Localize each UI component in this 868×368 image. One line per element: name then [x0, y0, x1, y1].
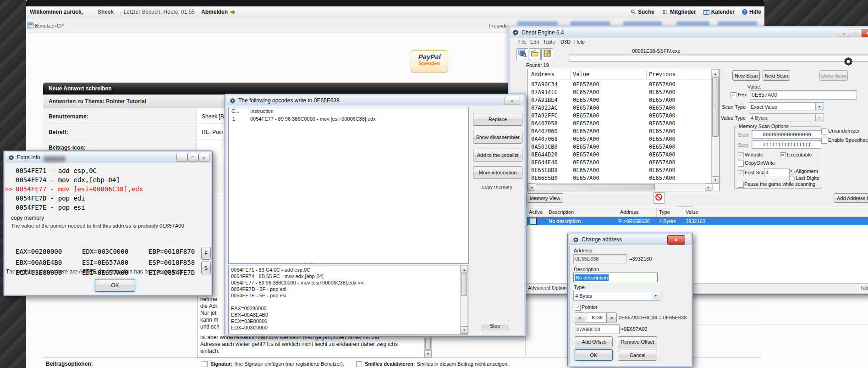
fast-scan-input[interactable]: 4: [764, 168, 790, 177]
paypal-button[interactable]: PayPal Spenden: [411, 50, 448, 72]
found-row[interactable]: 07A90C340E657A000E657A00: [527, 81, 711, 89]
nav-item-suche[interactable]: Suche: [631, 9, 654, 15]
found-row[interactable]: 0A4070580E657A000E657A00: [527, 120, 711, 128]
hex-checkbox[interactable]: ✓: [731, 92, 736, 98]
stop-button[interactable]: Stop: [481, 320, 509, 331]
menu-file[interactable]: File: [518, 39, 527, 45]
found-row[interactable]: 0E644E400E657A000E657A00: [527, 159, 711, 167]
opcodes-title-bar[interactable]: The following opcodes write to 0E65E638: [226, 95, 524, 106]
found-row[interactable]: 0A4070600E657A000E657A00: [527, 128, 711, 136]
col-address[interactable]: Address: [620, 209, 638, 215]
close-icon[interactable]: ×: [198, 154, 209, 162]
close-icon[interactable]: ×: [862, 29, 868, 37]
scroll-up-icon[interactable]: ▲: [712, 70, 719, 77]
last-digits-radio[interactable]: [789, 176, 795, 181]
signature-checkbox[interactable]: [202, 361, 208, 367]
col-active[interactable]: Active: [529, 209, 543, 215]
open-table-button[interactable]: [529, 48, 541, 60]
unrandomizer-checkbox[interactable]: [821, 128, 827, 134]
menu-edit[interactable]: Edit: [530, 39, 539, 45]
scroll-left-icon[interactable]: ◄: [528, 184, 535, 191]
subject-field-value[interactable]: RE: Poin: [202, 129, 223, 135]
cancel-button[interactable]: Cancel: [618, 350, 657, 361]
next-scan-button[interactable]: Next Scan: [763, 70, 790, 81]
add-address-manually-button[interactable]: Add Address Manually: [834, 193, 868, 203]
logout-link[interactable]: Abmelden: [201, 9, 228, 15]
memory-view-button[interactable]: Memory View: [527, 193, 563, 203]
chevron-down-icon[interactable]: ▼: [652, 292, 659, 300]
menu-table[interactable]: Table: [543, 39, 555, 45]
close-icon[interactable]: ×: [505, 97, 520, 105]
opcode-details-box[interactable]: 0054FE71 - 83 C4 0C - add esp,0C 0054FE7…: [228, 265, 468, 335]
found-col-previous[interactable]: Previous: [649, 71, 676, 78]
scan-type-select[interactable]: Exact Value ▼: [749, 102, 824, 111]
minimize-icon[interactable]: –: [176, 154, 187, 162]
description-input[interactable]: No description: [573, 273, 658, 282]
add-offset-button[interactable]: Add Offset: [575, 336, 613, 347]
col-value[interactable]: Value: [686, 209, 698, 215]
type-select[interactable]: 4 Bytes ▼: [573, 291, 660, 301]
executable-checkbox[interactable]: [780, 152, 786, 158]
scan-value-input[interactable]: 0E657A00: [750, 90, 857, 100]
show-disassembler-button[interactable]: Show disassembler: [473, 131, 522, 144]
replace-button[interactable]: Replace: [473, 113, 522, 126]
username-link[interactable]: Sheek: [98, 9, 114, 15]
found-row[interactable]: 0A4070680E657A000E657A00: [527, 136, 711, 144]
nav-item-kalender[interactable]: Kalender: [703, 9, 735, 15]
menu-help[interactable]: Help: [574, 39, 585, 45]
textarea-scrollbar[interactable]: ▼: [424, 337, 432, 357]
menu-d3d[interactable]: D3D: [560, 39, 571, 45]
col-description[interactable]: Description: [549, 209, 574, 215]
opcode-col-count[interactable]: C...: [231, 108, 239, 114]
scroll-right-icon[interactable]: ►: [705, 184, 712, 191]
entry-active-checkbox[interactable]: [530, 218, 537, 225]
opcode-row[interactable]: 1 0054FE77 - 89 96 386C0000 - mov [esi+0…: [229, 116, 468, 123]
scroll-down-icon[interactable]: ▼: [424, 350, 432, 357]
found-col-address[interactable]: Address: [531, 71, 555, 78]
found-row[interactable]: 0E6655B00E657A000E657A00: [527, 175, 711, 183]
alignment-radio[interactable]: [789, 169, 795, 174]
found-row[interactable]: 0E644D200E657A000E657A00: [527, 151, 711, 159]
found-row[interactable]: 07A91BE40E657A000E657A00: [527, 97, 711, 105]
float-button[interactable]: F: [201, 247, 211, 260]
address-entry-row[interactable]: No description P->0E65E638 4 Bytes 39321…: [527, 217, 868, 225]
cancel-scan-button[interactable]: [653, 192, 665, 204]
add-to-codelist-button[interactable]: Add to the codelist: [473, 149, 522, 162]
table-extras-link[interactable]: Table Extras: [860, 285, 868, 290]
copyonwrite-checkbox[interactable]: [738, 161, 744, 167]
breadcrumb[interactable]: Benutzer-CP: [35, 23, 64, 28]
pointer-checkbox[interactable]: ✓: [575, 305, 581, 311]
found-list-vscrollbar[interactable]: ▲ ≡ ▼: [711, 69, 720, 184]
found-col-value[interactable]: Value: [573, 71, 589, 78]
maximize-icon[interactable]: □: [187, 154, 198, 162]
close-icon[interactable]: ×: [667, 235, 685, 245]
enable-speedhack-checkbox[interactable]: [821, 138, 827, 144]
advanced-options-link[interactable]: Advanced Options: [528, 285, 569, 290]
base-address-input[interactable]: 07A90C34: [575, 324, 620, 334]
scroll-up-icon[interactable]: ▲: [461, 266, 468, 273]
nav-item-hilfe[interactable]: ? Hilfe: [742, 9, 761, 15]
opcode-col-instruction[interactable]: Instruction: [250, 108, 274, 114]
found-row[interactable]: 0A503CB00E657A000E657A00: [527, 144, 711, 151]
offset-increase-button[interactable]: >: [606, 312, 617, 323]
nav-item-mitglieder[interactable]: Mitglieder: [662, 9, 696, 15]
writable-checkbox[interactable]: ✓: [738, 152, 744, 158]
found-row[interactable]: 07A923AC0E657A000E657A00: [527, 105, 711, 112]
offset-decrease-button[interactable]: <: [575, 312, 585, 323]
save-table-button[interactable]: [541, 48, 553, 60]
fast-scan-checkbox[interactable]: ✓: [738, 170, 744, 176]
more-information-button[interactable]: More information: [473, 166, 522, 179]
offset-input[interactable]: 6c38: [586, 312, 609, 323]
chevron-down-icon[interactable]: ▼: [815, 103, 823, 110]
ok-button[interactable]: OK: [575, 349, 613, 361]
found-row[interactable]: 0E65E8D80E657A000E657A00: [527, 167, 711, 175]
remove-offset-button[interactable]: Remove Offset: [618, 336, 657, 347]
ok-button[interactable]: OK: [95, 279, 135, 292]
scroll-down-icon[interactable]: ▼: [461, 326, 468, 334]
new-scan-button[interactable]: New Scan: [732, 70, 760, 81]
scroll-down-icon[interactable]: ▼: [712, 176, 719, 184]
select-process-button[interactable]: [516, 48, 528, 60]
stack-button[interactable]: S: [201, 262, 211, 274]
ce-title-bar[interactable]: Cheat Engine 6.4: [510, 28, 868, 38]
pause-checkbox[interactable]: [738, 182, 744, 188]
